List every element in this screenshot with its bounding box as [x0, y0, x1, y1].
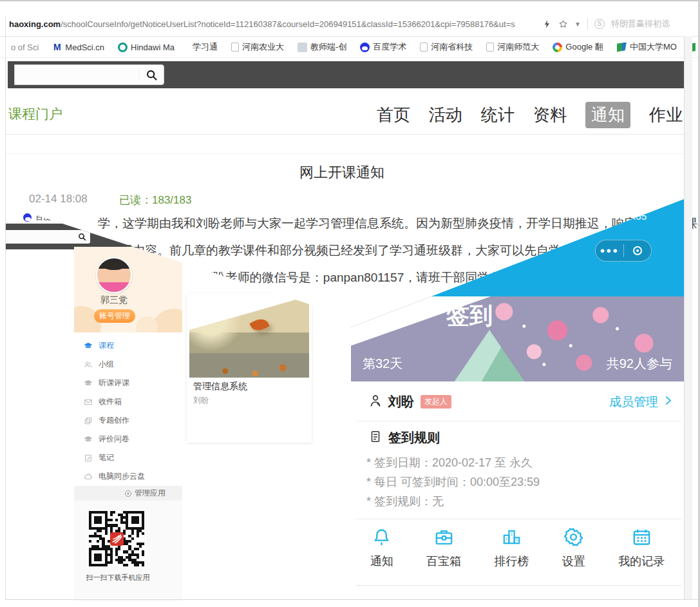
no-favicon	[6, 43, 8, 52]
nav-item[interactable]: 首页	[377, 104, 410, 126]
favicon-page	[420, 43, 428, 52]
url-host: haoxing.com	[9, 19, 61, 29]
course-cover-image	[189, 296, 309, 378]
chevron-down-icon[interactable]: ▼	[574, 21, 581, 28]
box-icon	[433, 526, 455, 548]
chaoxing-logo	[110, 532, 124, 546]
person-icon	[368, 393, 383, 409]
sidebar-item-label: 小组	[99, 359, 114, 370]
rule-line: * 签到规则：无	[366, 494, 444, 509]
nav-item[interactable]: 统计	[481, 104, 515, 126]
action-我的记录[interactable]: 我的记录	[618, 526, 665, 569]
member-manage-link[interactable]: 成员管理	[609, 394, 658, 410]
qr-caption: 扫一扫下载手机应用	[78, 573, 158, 583]
frames-icon	[84, 416, 93, 425]
chevron-right-icon[interactable]	[663, 395, 674, 406]
more-icon[interactable]: ●●●	[596, 241, 623, 260]
favicon-flag	[617, 43, 627, 52]
avatar[interactable]	[96, 257, 132, 293]
window-top-border	[0, 0, 700, 1]
sidebar-item-笔记[interactable]: 笔记	[74, 448, 182, 467]
mini-bookmark-baidu[interactable]: 百度	[23, 212, 51, 223]
action-排行榜[interactable]: 123排行榜	[494, 526, 529, 569]
bookmark-item[interactable]: 学习通	[188, 41, 218, 53]
divider	[5, 134, 684, 135]
bookmark-item[interactable]: o of Sci	[6, 43, 39, 52]
bookmarks-bar: o of SciMMedSci.cnHindawi Ma学习通河南农业大教师端-…	[6, 39, 695, 55]
banner-participants: 共92人参与	[607, 355, 672, 372]
action-label: 设置	[562, 554, 585, 569]
sidebar-item-课程[interactable]: 课程	[74, 336, 182, 355]
exit-target-icon[interactable]	[624, 246, 652, 255]
divider	[0, 36, 700, 37]
banner-day-count: 第32天	[363, 355, 402, 372]
notice-title: 网上开课通知	[0, 163, 684, 182]
mail-icon	[84, 398, 93, 407]
action-label: 我的记录	[618, 554, 665, 569]
manage-apps-button[interactable]: 管理应用	[74, 486, 182, 501]
signin-rules-section: 签到规则 * 签到日期：2020-02-17 至 永久* 每日 可签到时间：00…	[351, 421, 684, 518]
bookmark-item[interactable]: 河南农业大	[231, 41, 284, 53]
bookmark-item[interactable]: 河南省科技	[420, 41, 473, 53]
note-icon	[84, 454, 93, 463]
browser-scrollbar[interactable]	[684, 36, 692, 599]
nav-item[interactable]: 通知	[585, 102, 630, 128]
bookmark-label: 中国大学MO	[630, 41, 677, 53]
search-input[interactable]	[14, 64, 164, 85]
bookmark-item[interactable]: Hindawi Ma	[118, 43, 175, 52]
window-left-border	[5, 17, 6, 599]
search-icon[interactable]	[145, 68, 158, 82]
sidebar-item-label: 收件箱	[99, 396, 122, 407]
bookmark-item[interactable]: 百度学术	[360, 41, 406, 53]
mini-url-text: htt…	[14, 198, 26, 205]
sidebar-item-小组[interactable]: 小组	[74, 355, 182, 374]
cap-icon	[84, 342, 93, 351]
divider	[0, 57, 700, 58]
bookmark-label: 教师端-创	[310, 41, 346, 53]
portal-brand[interactable]: 课程门户	[8, 105, 62, 123]
bookmark-item[interactable]: MMedSci.cn	[52, 43, 104, 52]
user-sidebar: 郭三党 账号管理 课程小组听课评课收件箱专题创作评价问卷笔记电脑同步云盘 管理应…	[74, 247, 182, 601]
users-icon	[84, 360, 93, 369]
action-百宝箱[interactable]: 百宝箱	[426, 526, 461, 569]
baidu-paw-icon	[23, 213, 32, 222]
favicon-paw	[360, 43, 370, 52]
divider	[356, 585, 681, 586]
bookmark-item[interactable]: 中国大学MO	[617, 41, 677, 53]
screenshot-collage: haoxing.com/schoolCourseInfo/getNoticeUs…	[0, 0, 700, 607]
bell-icon	[371, 526, 392, 548]
action-label: 排行榜	[494, 554, 529, 569]
action-label: 百宝箱	[426, 554, 461, 569]
bookmark-item[interactable]: Google 翻	[553, 41, 603, 53]
svg-text:3: 3	[516, 538, 518, 542]
mini-bookmark-label: 百度	[35, 212, 51, 223]
sidebar-item-专题创作[interactable]: 专题创作	[74, 411, 182, 430]
course-card[interactable]: 管理信息系统 刘盼	[187, 293, 312, 443]
sidebar-item-收件箱[interactable]: 收件箱	[74, 392, 182, 411]
sidebar-item-评价问卷[interactable]: 评价问卷	[74, 430, 182, 448]
sidebar-item-电脑同步云盘[interactable]: 电脑同步云盘	[74, 467, 182, 486]
url-path: /schoolCourseInfo/getNoticeUserList?noti…	[61, 19, 515, 29]
bookmark-item[interactable]: 教师端-创	[298, 41, 346, 53]
action-通知[interactable]: 通知	[370, 526, 393, 569]
action-label: 通知	[370, 554, 393, 569]
nav-item[interactable]: 资料	[533, 104, 567, 126]
sidebar-item-label: 课程	[99, 340, 114, 351]
lightning-icon[interactable]	[542, 19, 552, 29]
bookmark-label: o of Sci	[11, 43, 39, 52]
bookmark-item[interactable]: 河南师范大	[486, 41, 539, 53]
bookmark-label: 学习通	[193, 41, 218, 53]
gear-icon	[563, 526, 584, 548]
star-icon[interactable]	[558, 19, 568, 29]
search-icon	[77, 232, 87, 242]
nav-item[interactable]: 活动	[429, 104, 462, 126]
divider	[587, 18, 588, 30]
sidebar-item-听课评课[interactable]: 听课评课	[74, 374, 182, 392]
bookmark-label: 河南农业大	[242, 41, 284, 53]
nav-item[interactable]: 作业	[649, 104, 683, 126]
s-circle-icon[interactable]: S	[594, 19, 605, 29]
mini-search-input[interactable]	[5, 230, 90, 244]
calendar-icon	[631, 526, 652, 548]
account-manage-button[interactable]: 账号管理	[94, 309, 135, 323]
action-设置[interactable]: 设置	[562, 526, 585, 569]
